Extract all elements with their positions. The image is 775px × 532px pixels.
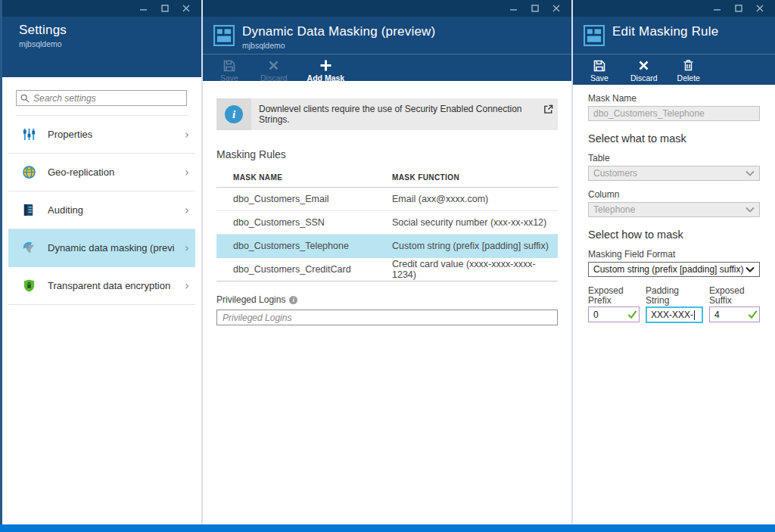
column-select: Telephone	[588, 202, 760, 217]
blades-container: Settings mjbsqldemo Properties ›	[0, 0, 775, 524]
masking-titlebar	[203, 0, 571, 17]
close-icon[interactable]	[752, 2, 767, 14]
sidebar-item-auditing[interactable]: Auditing ›	[8, 191, 195, 229]
discard-button[interactable]: Discard	[630, 59, 658, 82]
chevron-right-icon: ›	[185, 279, 189, 293]
mask-name-label: Mask Name	[588, 93, 760, 104]
column-header-mask-function: MASK FUNCTION	[392, 173, 558, 182]
chevron-right-icon: ›	[185, 241, 189, 255]
exposed-suffix-label: Exposed Suffix	[709, 286, 760, 305]
auditing-icon	[20, 202, 37, 219]
mask-name-cell: dbo_Customers_Telephone	[216, 241, 392, 251]
dynamic-data-masking-icon	[20, 240, 37, 257]
mask-name-input	[588, 106, 760, 121]
masking-subtitle: mjbsqldemo	[242, 41, 435, 50]
chevron-down-icon	[745, 170, 755, 176]
sidebar-item-label: Geo-replication	[48, 166, 174, 178]
settings-blade: Settings mjbsqldemo Properties ›	[2, 0, 201, 524]
table-select-value: Customers	[593, 168, 745, 179]
info-icon-box: i	[216, 98, 251, 130]
table-row[interactable]: dbo_Customers_SSN Social security number…	[216, 211, 558, 235]
search-icon	[20, 94, 30, 103]
sidebar-item-geo-replication[interactable]: Geo-replication ›	[8, 154, 195, 191]
exposed-prefix-label: Exposed Prefix	[588, 286, 640, 305]
save-button: Save	[218, 59, 241, 82]
chevron-down-icon	[745, 207, 755, 213]
masking-field-format-label: Masking Field Format	[588, 249, 760, 260]
minimize-icon[interactable]	[136, 2, 151, 14]
edit-titlebar	[573, 0, 775, 17]
close-icon[interactable]	[179, 2, 194, 14]
add-mask-button[interactable]: Add Mask	[307, 59, 345, 82]
edit-title: Edit Masking Rule	[612, 24, 718, 39]
padding-string-input[interactable]: XXX-XXX-	[646, 306, 703, 323]
column-header-mask-name: MASK NAME	[216, 173, 392, 182]
blade-icon	[213, 25, 235, 48]
maximize-icon[interactable]	[157, 2, 173, 14]
padding-string-label: Padding String	[646, 286, 703, 305]
maximize-icon[interactable]	[731, 2, 746, 14]
masking-rules-table: MASK NAME MASK FUNCTION dbo_Customers_Em…	[216, 168, 558, 282]
sidebar-item-transparent-data-encryption[interactable]: Transparent data encryption ... ›	[8, 267, 195, 305]
discard-label: Discard	[630, 73, 658, 82]
settings-content: Properties › Geo-replication ›	[2, 77, 201, 524]
minimize-icon[interactable]	[710, 2, 725, 14]
delete-button[interactable]: Delete	[677, 59, 700, 82]
edit-content: Mask Name Select what to mask Table Cust…	[573, 85, 775, 524]
select-what-heading: Select what to mask	[588, 132, 760, 145]
chevron-down-icon	[745, 266, 755, 272]
masking-rules-heading: Masking Rules	[216, 148, 558, 160]
minimize-icon[interactable]	[506, 2, 521, 14]
text-cursor	[694, 310, 695, 320]
format-select-value: Custom string (prefix [padding] suffix)	[593, 264, 745, 275]
properties-icon	[20, 126, 37, 143]
masking-field-format-select[interactable]: Custom string (prefix [padding] suffix)	[588, 262, 760, 277]
info-tooltip-icon[interactable]: i	[289, 296, 297, 304]
discard-icon	[639, 59, 649, 72]
table-row[interactable]: dbo_Customers_CreditCard Credit card val…	[216, 258, 558, 282]
column-select-value: Telephone	[593, 204, 745, 215]
save-icon	[593, 59, 605, 72]
mask-function-cell: Credit card value (xxxx-xxxx-xxxx-1234)	[392, 259, 558, 280]
masking-content: i Downlevel clients require the use of S…	[203, 81, 571, 524]
save-label: Save	[590, 73, 608, 82]
external-link-icon[interactable]	[538, 98, 558, 130]
privileged-logins-label-text: Privileged Logins	[216, 294, 285, 305]
discard-icon	[269, 59, 279, 72]
info-banner: i Downlevel clients require the use of S…	[216, 98, 558, 130]
delete-label: Delete	[677, 73, 700, 82]
masking-title: Dynamic Data Masking (preview)	[242, 24, 435, 39]
sidebar-item-label: Transparent data encryption ...	[48, 280, 174, 291]
mask-name-cell: dbo_Customers_SSN	[216, 217, 392, 228]
settings-title: Settings	[19, 23, 201, 38]
sidebar-item-label: Auditing	[48, 204, 174, 216]
save-icon	[223, 59, 235, 72]
edit-header: Edit Masking Rule Save Discard D	[573, 17, 775, 85]
table-row-selected[interactable]: dbo_Customers_Telephone Custom string (p…	[216, 235, 558, 258]
valid-check-icon	[748, 310, 758, 319]
privileged-logins-input[interactable]	[216, 310, 558, 325]
chevron-right-icon: ›	[185, 204, 189, 217]
geo-replication-icon	[20, 164, 37, 181]
table-header-row: MASK NAME MASK FUNCTION	[216, 168, 558, 188]
transparent-data-encryption-icon	[20, 278, 37, 294]
select-how-heading: Select how to mask	[588, 229, 760, 241]
sidebar-item-properties[interactable]: Properties ›	[8, 116, 195, 154]
chevron-right-icon: ›	[185, 166, 189, 179]
maximize-icon[interactable]	[528, 2, 543, 14]
column-label: Column	[588, 189, 760, 200]
save-button[interactable]: Save	[588, 59, 611, 82]
settings-titlebar	[2, 0, 201, 17]
delete-icon	[683, 59, 693, 72]
sidebar-item-label: Properties	[48, 129, 174, 140]
sidebar-item-label: Dynamic data masking (previ...	[48, 242, 174, 254]
mask-function-cell: Custom string (prefix [padding] suffix)	[392, 241, 558, 251]
close-icon[interactable]	[549, 2, 564, 14]
table-row[interactable]: dbo_Customers_Email Email (axx@xxxx.com)	[216, 188, 558, 211]
search-settings-input[interactable]	[33, 93, 182, 104]
edit-masking-rule-blade: Edit Masking Rule Save Discard D	[573, 0, 775, 524]
chevron-right-icon: ›	[185, 128, 189, 142]
sidebar-item-dynamic-data-masking[interactable]: Dynamic data masking (previ... ›	[8, 229, 195, 267]
mask-function-cell: Social security number (xxx-xx-xx12)	[392, 217, 558, 228]
settings-subtitle: mjbsqldemo	[19, 39, 201, 48]
